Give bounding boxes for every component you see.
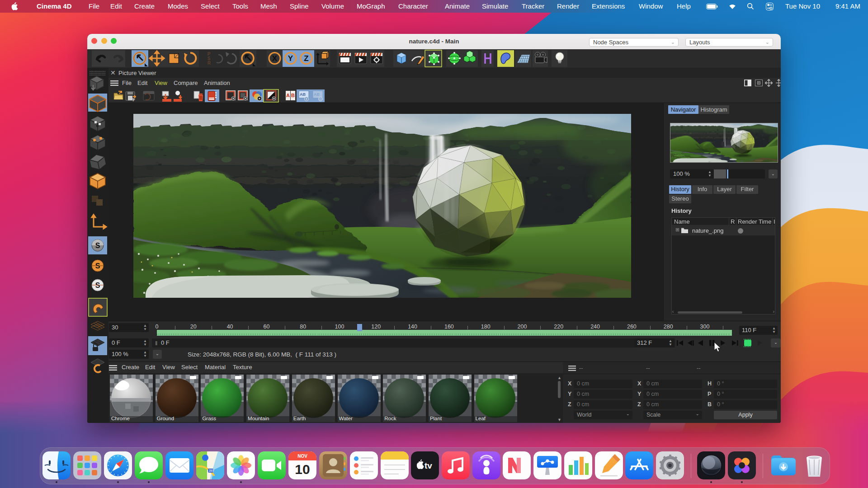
svg-text:B: B [291, 93, 295, 98]
svg-text:A: A [286, 93, 290, 98]
svg-text:?: ? [132, 98, 135, 102]
svg-text:280: 280 [209, 469, 214, 472]
svg-text:Z: Z [304, 54, 308, 63]
svg-text:NOV: NOV [297, 454, 307, 459]
svg-text:tv: tv [425, 461, 432, 470]
svg-text:AB: AB [300, 92, 306, 97]
svg-text:Y: Y [288, 54, 293, 63]
svg-text:S: S [95, 242, 100, 249]
svg-text:X: X [272, 54, 278, 63]
svg-text:10: 10 [295, 462, 310, 477]
svg-text:AB: AB [314, 92, 320, 97]
svg-text:R: R [208, 61, 211, 66]
